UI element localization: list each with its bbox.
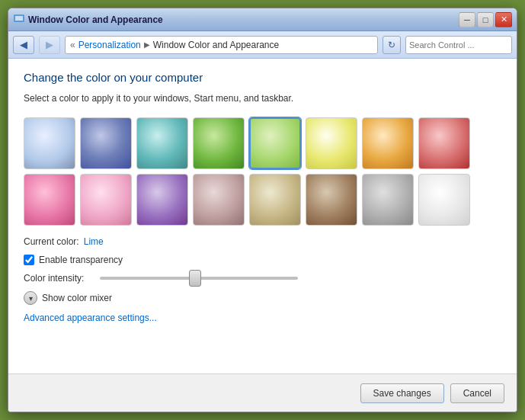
current-color-value: Lime xyxy=(84,236,104,247)
transparency-row: Enable transparency xyxy=(24,255,501,265)
back-icon: ◀ xyxy=(20,39,27,50)
window-icon xyxy=(13,14,25,26)
breadcrumb-prefix: « xyxy=(70,40,75,50)
color-grid xyxy=(24,117,501,226)
main-window: Window Color and Appearance ─ □ ✕ ◀ ▶ « … xyxy=(8,8,517,412)
cancel-button[interactable]: Cancel xyxy=(450,383,504,403)
advanced-appearance-link[interactable]: Advanced appearance settings... xyxy=(24,313,501,323)
color-swatch-lime[interactable] xyxy=(249,117,301,169)
breadcrumb: « Personalization ▶ Window Color and App… xyxy=(65,36,378,54)
transparency-label[interactable]: Enable transparency xyxy=(39,255,123,265)
color-swatch-red[interactable] xyxy=(418,117,470,169)
color-swatch-purple[interactable] xyxy=(136,174,188,226)
main-content: Change the color on your computer Select… xyxy=(8,59,517,374)
color-swatch-green[interactable] xyxy=(193,117,245,169)
color-swatch-pink[interactable] xyxy=(24,174,75,226)
expand-icon: ▾ xyxy=(24,291,37,305)
title-bar: Window Color and Appearance ─ □ ✕ xyxy=(8,8,517,31)
breadcrumb-current: Window Color and Appearance xyxy=(153,40,279,50)
back-button[interactable]: ◀ xyxy=(13,36,34,54)
search-bar: 🔍 xyxy=(405,36,512,54)
svg-rect-1 xyxy=(15,16,23,21)
intensity-row: Color intensity: xyxy=(24,273,501,284)
title-bar-buttons: ─ □ ✕ xyxy=(459,12,512,27)
search-input[interactable] xyxy=(409,40,514,50)
color-swatch-white[interactable] xyxy=(418,174,470,226)
refresh-button[interactable]: ↻ xyxy=(383,36,401,54)
current-color-row: Current color: Lime xyxy=(24,236,501,247)
address-bar: ◀ ▶ « Personalization ▶ Window Color and… xyxy=(8,31,517,59)
window-title: Window Color and Appearance xyxy=(28,14,163,25)
current-color-label: Current color: xyxy=(24,236,79,247)
color-mixer-row[interactable]: ▾ Show color mixer xyxy=(24,291,501,305)
chevron-down-icon: ▾ xyxy=(29,294,33,303)
color-swatch-teal[interactable] xyxy=(136,117,188,169)
color-swatch-yellow[interactable] xyxy=(306,117,357,169)
color-row-1 xyxy=(24,117,501,169)
color-swatch-mauve[interactable] xyxy=(193,174,245,226)
save-changes-button[interactable]: Save changes xyxy=(360,383,444,403)
color-mixer-label: Show color mixer xyxy=(42,293,112,303)
color-swatch-lightpink[interactable] xyxy=(80,174,132,226)
footer: Save changes Cancel xyxy=(8,374,517,412)
transparency-checkbox[interactable] xyxy=(24,255,34,265)
breadcrumb-separator: ▶ xyxy=(144,40,150,49)
minimize-button[interactable]: ─ xyxy=(459,12,475,27)
color-swatch-sky[interactable] xyxy=(24,117,75,169)
color-swatch-tan[interactable] xyxy=(249,174,301,226)
refresh-icon: ↻ xyxy=(388,40,395,50)
color-swatch-orange[interactable] xyxy=(362,117,414,169)
intensity-slider-thumb[interactable] xyxy=(189,270,201,287)
title-bar-left: Window Color and Appearance xyxy=(13,14,163,26)
forward-button[interactable]: ▶ xyxy=(39,36,60,54)
maximize-button[interactable]: □ xyxy=(477,12,494,27)
color-row-2 xyxy=(24,174,501,226)
intensity-label: Color intensity: xyxy=(24,273,92,284)
close-button[interactable]: ✕ xyxy=(495,12,512,27)
color-swatch-gray[interactable] xyxy=(362,174,414,226)
color-swatch-brown[interactable] xyxy=(306,174,357,226)
intensity-slider-track[interactable] xyxy=(100,277,298,280)
breadcrumb-personalization[interactable]: Personalization xyxy=(78,40,141,50)
forward-icon: ▶ xyxy=(46,39,53,50)
page-subtitle: Select a color to apply it to your windo… xyxy=(24,93,501,104)
page-title: Change the color on your computer xyxy=(24,71,501,84)
color-swatch-blue[interactable] xyxy=(80,117,132,169)
